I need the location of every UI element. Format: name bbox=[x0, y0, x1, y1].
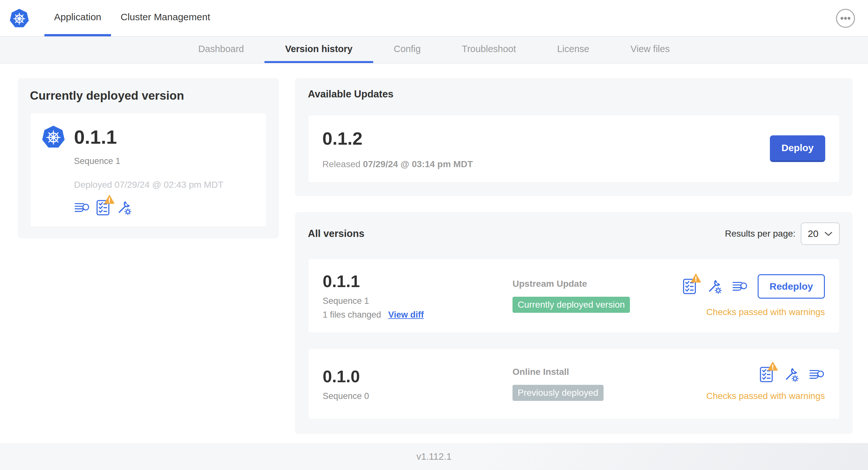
tab-dashboard[interactable]: Dashboard bbox=[178, 37, 265, 63]
version-rows: 0.1.1 Sequence 1 1 files changed View di… bbox=[308, 259, 840, 419]
tab-troubleshoot[interactable]: Troubleshoot bbox=[441, 37, 537, 63]
current-version-sequence: Sequence 1 bbox=[74, 156, 255, 166]
update-version-number: 0.1.2 bbox=[322, 128, 473, 149]
update-released-at: Released 07/29/24 @ 03:14 pm MDT bbox=[322, 159, 473, 169]
tab-application-label: Application bbox=[54, 11, 101, 23]
currently-deployed-title: Currently deployed version bbox=[30, 89, 267, 103]
tab-application[interactable]: Application bbox=[44, 0, 111, 36]
header-tabs: Application Cluster Management bbox=[44, 0, 220, 36]
top-header: Application Cluster Management bbox=[0, 0, 868, 36]
tab-view-files-label: View files bbox=[630, 44, 670, 54]
config-wrench-icon[interactable] bbox=[116, 200, 132, 215]
row-sequence: Sequence 0 bbox=[323, 391, 513, 401]
diff-lines-icon[interactable] bbox=[74, 200, 90, 215]
tab-dashboard-label: Dashboard bbox=[198, 44, 244, 54]
tab-config[interactable]: Config bbox=[373, 37, 441, 63]
kubernetes-logo-icon bbox=[9, 8, 30, 29]
tab-version-history[interactable]: Version history bbox=[265, 37, 373, 63]
app-footer: v1.112.1 bbox=[0, 443, 868, 470]
currently-deployed-badge: Currently deployed version bbox=[513, 297, 630, 313]
row-files-changed: 1 files changed bbox=[323, 310, 381, 320]
preflight-checklist-icon[interactable] bbox=[682, 278, 696, 295]
tab-license-label: License bbox=[557, 44, 589, 54]
warning-triangle-icon bbox=[104, 195, 115, 204]
released-date: 07/29/24 @ 03:14 pm MDT bbox=[363, 159, 473, 169]
row-version-number: 0.1.0 bbox=[323, 367, 513, 386]
tab-view-files[interactable]: View files bbox=[610, 37, 690, 63]
results-per-page-select[interactable]: 20 bbox=[801, 223, 840, 245]
tab-version-history-label: Version history bbox=[285, 44, 352, 54]
config-wrench-icon[interactable] bbox=[783, 367, 799, 382]
previously-deployed-badge: Previously deployed bbox=[513, 385, 603, 401]
warning-triangle-icon bbox=[691, 273, 701, 283]
current-version-number: 0.1.1 bbox=[74, 126, 117, 148]
secondary-nav: Dashboard Version history Config Trouble… bbox=[0, 36, 868, 63]
row-source: Online Install bbox=[513, 367, 706, 377]
overflow-menu-button[interactable] bbox=[835, 8, 856, 29]
tab-troubleshoot-label: Troubleshoot bbox=[462, 44, 516, 54]
preflight-checklist-icon[interactable] bbox=[759, 367, 773, 382]
right-column: Available Updates 0.1.2 Released 07/29/2… bbox=[295, 78, 852, 434]
results-per-page-label: Results per page: bbox=[725, 229, 795, 239]
all-versions-title: All versions bbox=[308, 228, 365, 239]
row-version-number: 0.1.1 bbox=[323, 272, 513, 291]
chevron-down-icon bbox=[824, 231, 833, 236]
app-logo bbox=[0, 0, 39, 36]
main-content: Currently deployed version 0.1.1 bbox=[0, 63, 868, 434]
kubernetes-logo-icon bbox=[41, 125, 66, 149]
version-row-0-1-1: 0.1.1 Sequence 1 1 files changed View di… bbox=[308, 259, 840, 333]
deploy-button[interactable]: Deploy bbox=[770, 135, 825, 162]
results-per-page-value: 20 bbox=[808, 228, 818, 239]
tab-cluster-management-label: Cluster Management bbox=[121, 11, 210, 23]
current-version-deployed-at: Deployed 07/29/24 @ 02:43 pm MDT bbox=[74, 180, 255, 190]
currently-deployed-card: 0.1.1 Sequence 1 Deployed 07/29/24 @ 02:… bbox=[30, 113, 267, 227]
diff-lines-icon[interactable] bbox=[732, 279, 748, 294]
released-prefix: Released bbox=[322, 159, 360, 169]
warning-triangle-icon bbox=[768, 361, 778, 371]
checks-status[interactable]: Checks passed with warnings bbox=[706, 307, 825, 317]
ellipsis-icon bbox=[835, 8, 856, 29]
results-per-page: Results per page: 20 bbox=[725, 223, 840, 245]
tab-cluster-management[interactable]: Cluster Management bbox=[111, 0, 220, 36]
preflight-checklist-icon[interactable] bbox=[96, 200, 110, 216]
version-row-0-1-0: 0.1.0 Sequence 0 Online Install Previous… bbox=[308, 348, 840, 419]
available-update-card: 0.1.2 Released 07/29/24 @ 03:14 pm MDT D… bbox=[308, 115, 840, 182]
tab-license[interactable]: License bbox=[537, 37, 610, 63]
row-source: Upstream Update bbox=[513, 279, 682, 289]
tab-config-label: Config bbox=[394, 44, 421, 54]
current-version-actions bbox=[74, 200, 255, 216]
redeploy-button[interactable]: Redeploy bbox=[758, 274, 825, 299]
checks-status[interactable]: Checks passed with warnings bbox=[706, 391, 825, 401]
view-diff-link[interactable]: View diff bbox=[388, 310, 424, 320]
row-sequence: Sequence 1 bbox=[323, 296, 513, 306]
available-updates-title: Available Updates bbox=[308, 89, 840, 100]
config-wrench-icon[interactable] bbox=[706, 279, 722, 294]
currently-deployed-panel: Currently deployed version 0.1.1 bbox=[18, 78, 279, 239]
all-versions-panel: All versions Results per page: 20 0.1.1 bbox=[295, 212, 852, 434]
diff-lines-icon[interactable] bbox=[809, 367, 825, 382]
footer-app-version: v1.112.1 bbox=[416, 451, 452, 462]
available-updates-panel: Available Updates 0.1.2 Released 07/29/2… bbox=[295, 78, 852, 196]
